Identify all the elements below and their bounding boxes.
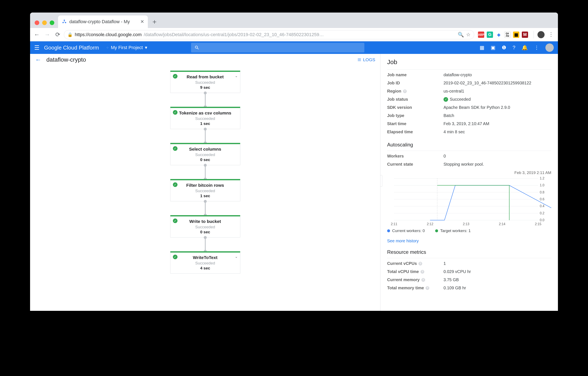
success-check-icon: ✓ <box>173 218 178 223</box>
project-selector[interactable]: ⁘ My First Project ▾ <box>106 45 147 50</box>
browser-tab[interactable]: dataflow-crypto Dataflow - My ✕ <box>58 15 148 28</box>
kv-value: 0.029 vCPU hr <box>443 269 471 274</box>
notifications-alert-icon[interactable]: ❶ <box>502 45 506 51</box>
forward-button[interactable]: → <box>43 31 51 39</box>
node-title: Filter bitcoin rows <box>173 183 237 188</box>
cloudshell-icon[interactable]: ▣ <box>491 45 495 51</box>
node-duration: 9 sec <box>173 85 237 90</box>
svg-point-0 <box>64 20 65 21</box>
lock-icon: 🔒 <box>67 32 73 37</box>
page-header: ← dataflow-crypto LOGS <box>30 54 380 65</box>
success-check-icon: ✓ <box>173 146 178 151</box>
svg-text:2:13: 2:13 <box>463 222 469 226</box>
gcp-topbar: ☰ Google Cloud Platform ⁘ My First Proje… <box>30 41 558 54</box>
node-title: Select columns <box>173 147 237 152</box>
kv-key: Total vCPU time? <box>387 269 443 274</box>
chevron-down-icon[interactable]: ⌄ <box>235 255 238 258</box>
kv-value: 1 <box>443 261 446 266</box>
more-icon[interactable]: ⋮ <box>534 45 539 51</box>
extension-icon[interactable]: ◆ <box>495 32 502 38</box>
gift-icon[interactable]: ▦ <box>480 45 484 51</box>
resize-handle[interactable] <box>380 175 382 187</box>
chart-timestamp: Feb 3, 2019 2:11 AM <box>387 171 551 175</box>
window-controls <box>34 21 58 28</box>
project-icon: ⁘ <box>106 46 109 50</box>
dataflow-favicon <box>62 19 67 24</box>
help-icon[interactable]: ? <box>403 89 407 93</box>
help-icon[interactable]: ? <box>421 278 425 282</box>
logs-label: LOGS <box>363 57 375 62</box>
notifications-icon[interactable]: 🔔 <box>522 45 528 51</box>
kv-key: Current vCPUs? <box>387 261 443 266</box>
pipeline-node[interactable]: ✓ ⌄ WriteToText Succeeded 4 sec <box>170 251 240 274</box>
grammarly-extension-icon[interactable]: G <box>487 32 493 38</box>
pipeline-graph: ✓ ⌄ Read from bucket Succeeded 9 sec✓ To… <box>30 71 380 274</box>
kv-value: 0.109 GB hr <box>443 286 466 290</box>
user-avatar[interactable] <box>546 43 554 52</box>
node-duration: 4 sec <box>173 266 237 270</box>
help-icon[interactable]: ? <box>426 286 429 290</box>
node-duration: 1 sec <box>173 194 237 198</box>
content: ← dataflow-crypto LOGS ✓ ⌄ Read from buc… <box>30 54 558 311</box>
profile-avatar[interactable] <box>537 31 545 38</box>
svg-text:0.8: 0.8 <box>540 191 544 194</box>
back-button[interactable]: ← <box>32 31 41 39</box>
pipeline-node[interactable]: ✓ Write to bucket Succeeded 0 sec <box>170 215 240 237</box>
success-check-icon: ✓ <box>443 97 448 102</box>
job-side-panel: Job Job namedataflow-crypto Job ID2019-0… <box>380 54 558 311</box>
kv-value: ✓Succeeded <box>443 97 471 102</box>
back-arrow-icon[interactable]: ← <box>35 56 41 63</box>
star-icon[interactable]: ☆ <box>466 32 471 38</box>
browser-menu-icon[interactable]: ⋮ <box>547 31 556 38</box>
extension-icon[interactable]: ▦ <box>513 32 519 38</box>
new-tab-button[interactable]: + <box>148 18 161 28</box>
url-input[interactable]: 🔒 https://console.cloud.google.com/dataf… <box>64 30 474 39</box>
search-icon[interactable]: 🔍 <box>458 32 464 38</box>
pipeline-node[interactable]: ✓ Tokenize as csv columns Succeeded 1 se… <box>170 107 240 129</box>
help-icon[interactable]: ? <box>419 262 422 266</box>
logs-icon <box>357 58 361 62</box>
main-pane: ← dataflow-crypto LOGS ✓ ⌄ Read from buc… <box>30 54 380 311</box>
help-icon[interactable]: ? <box>513 45 515 51</box>
connector <box>205 237 206 251</box>
kv-value: Apache Beam SDK for Python 2.9.0 <box>443 105 510 110</box>
maximize-window-button[interactable] <box>50 21 54 25</box>
node-title: Read from bucket <box>173 74 237 79</box>
line-chart[interactable]: 0.00.20.40.60.81.01.22:112:122:132:142:1… <box>387 176 551 226</box>
logs-button[interactable]: LOGS <box>357 57 375 62</box>
success-check-icon: ✓ <box>173 110 178 115</box>
legend-target: Target workers: 1 <box>440 228 471 233</box>
svg-text:1.2: 1.2 <box>540 176 544 180</box>
legend-current: Current workers: 0 <box>392 228 425 233</box>
kv-key: Job status <box>387 97 443 102</box>
address-bar: ← → ⟳ 🔒 https://console.cloud.google.com… <box>30 28 558 41</box>
extension-icons: ABP G ◆ GitZip ▦ M <box>476 32 530 38</box>
mendeley-extension-icon[interactable]: M <box>522 32 528 38</box>
url-origin: https://console.cloud.google.com <box>75 32 142 37</box>
pipeline-node[interactable]: ✓ ⌄ Read from bucket Succeeded 9 sec <box>170 71 240 93</box>
minimize-window-button[interactable] <box>42 21 47 25</box>
success-check-icon: ✓ <box>173 255 178 259</box>
see-more-history-link[interactable]: See more history <box>387 238 551 243</box>
gitzip-extension-icon[interactable]: GitZip <box>504 32 511 38</box>
help-icon[interactable]: ? <box>420 270 424 274</box>
pipeline-canvas[interactable]: ✓ ⌄ Read from bucket Succeeded 9 sec✓ To… <box>30 65 380 311</box>
autoscaling-chart: Feb 3, 2019 2:11 AM 0.00.20.40.60.81.01.… <box>387 171 551 243</box>
tab-bar: dataflow-crypto Dataflow - My ✕ + <box>30 12 558 28</box>
autoscaling-heading: Autoscaling <box>387 142 551 148</box>
pipeline-node[interactable]: ✓ Select columns Succeeded 0 sec <box>170 143 240 165</box>
hamburger-menu-icon[interactable]: ☰ <box>34 44 40 51</box>
adblock-extension-icon[interactable]: ABP <box>478 32 484 38</box>
chevron-down-icon[interactable]: ⌄ <box>235 74 238 78</box>
node-status: Succeeded <box>173 80 237 85</box>
close-window-button[interactable] <box>35 21 39 25</box>
svg-text:2:12: 2:12 <box>427 222 433 226</box>
kv-key: Current memory? <box>387 277 443 282</box>
kv-key: Elapsed time <box>387 129 443 134</box>
pipeline-node[interactable]: ✓ Filter bitcoin rows Succeeded 1 sec <box>170 179 240 201</box>
connector <box>205 129 206 143</box>
reload-button[interactable]: ⟳ <box>53 31 62 39</box>
kv-value: 2019-02-02_23_10_46-7485022301259938122 <box>443 81 531 86</box>
search-input[interactable] <box>191 43 364 53</box>
close-tab-icon[interactable]: ✕ <box>140 19 144 24</box>
